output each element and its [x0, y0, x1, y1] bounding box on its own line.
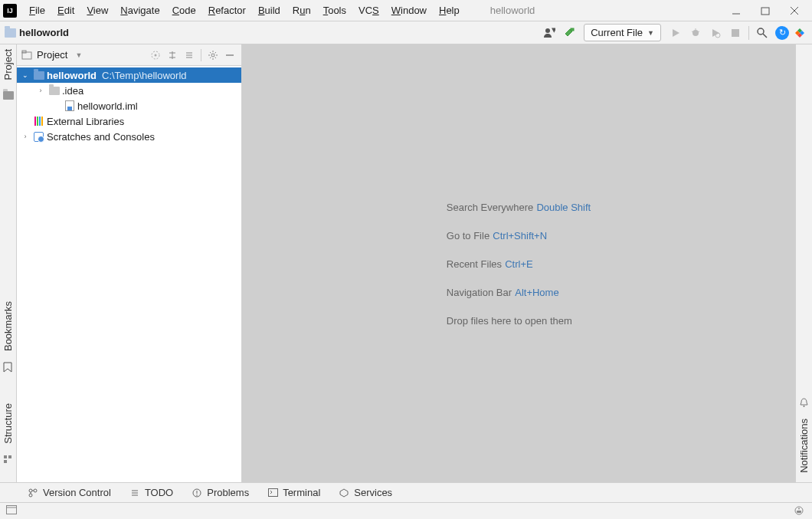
titlebar-project-name: helloworld: [490, 5, 535, 16]
menu-file[interactable]: File: [23, 2, 51, 19]
hide-icon[interactable]: [223, 48, 237, 62]
tree-node-scratches[interactable]: › Scratches and Consoles: [17, 129, 241, 144]
settings-icon[interactable]: [206, 48, 220, 62]
menu-build[interactable]: Build: [252, 2, 286, 19]
chevron-down-icon: ▼: [647, 29, 654, 37]
svg-point-21: [155, 54, 157, 56]
collapse-all-icon[interactable]: [182, 48, 196, 62]
svg-rect-6: [571, 28, 574, 31]
tree-node-external-libraries[interactable]: External Libraries: [17, 113, 241, 129]
menu-window[interactable]: Window: [385, 2, 433, 19]
run-config-label: Current File: [591, 27, 643, 38]
svg-line-14: [763, 34, 767, 38]
tree-node-project-root[interactable]: ⌄ helloworld C:\Temp\helloworld: [17, 67, 241, 83]
menu-view[interactable]: View: [80, 2, 114, 19]
tip-label: Go to File: [447, 230, 489, 241]
editor-placeholder[interactable]: Search Everywhere Double Shift Go to Fil…: [242, 44, 795, 482]
bell-icon[interactable]: [799, 397, 810, 408]
tab-structure[interactable]: Structure: [2, 403, 14, 444]
tip-shortcut: Ctrl+E: [505, 258, 532, 270]
tool-todo[interactable]: TODO: [129, 487, 173, 498]
breadcrumb-root[interactable]: helloworld: [19, 27, 69, 38]
menu-edit[interactable]: Edit: [51, 2, 80, 19]
terminal-icon: [267, 488, 278, 498]
menu-vcs[interactable]: VCS: [352, 2, 385, 19]
ide-settings-icon[interactable]: [793, 26, 807, 40]
folder-icon: [3, 90, 14, 101]
tab-notifications[interactable]: Notifications: [798, 419, 810, 473]
menu-code[interactable]: Code: [166, 2, 202, 19]
warning-icon: [192, 488, 202, 498]
project-tool-window: Project ▼ ⌄ helloworld C:\Temp\helloworl…: [17, 44, 242, 482]
svg-point-33: [29, 494, 32, 497]
coverage-button[interactable]: [706, 25, 725, 41]
tab-bookmarks[interactable]: Bookmarks: [2, 301, 14, 351]
inspection-status-icon[interactable]: [794, 505, 806, 517]
tip-label: Search Everywhere: [447, 202, 533, 213]
select-opened-file-icon[interactable]: [149, 48, 162, 62]
services-icon: [339, 488, 349, 498]
list-icon: [129, 488, 140, 498]
tab-project[interactable]: Project: [2, 49, 14, 80]
menu-run[interactable]: Run: [286, 2, 317, 19]
expand-icon[interactable]: ›: [20, 133, 31, 140]
left-tool-gutter: Project Bookmarks Structure: [0, 44, 17, 482]
run-config-dropdown[interactable]: Current File ▼: [584, 24, 661, 41]
status-bar: [0, 502, 812, 519]
project-view-selector[interactable]: Project ▼: [21, 49, 146, 61]
svg-rect-1: [761, 8, 769, 15]
folder-icon: [5, 28, 16, 38]
tool-terminal[interactable]: Terminal: [267, 487, 320, 498]
tool-version-control[interactable]: Version Control: [28, 487, 111, 498]
svg-point-4: [545, 28, 550, 33]
project-tree[interactable]: ⌄ helloworld C:\Temp\helloworld › .idea …: [17, 66, 241, 482]
bookmark-icon: [3, 362, 14, 373]
structure-icon: [3, 455, 14, 465]
branch-icon: [28, 488, 38, 498]
menu-refactor[interactable]: Refactor: [202, 2, 252, 19]
add-user-icon[interactable]: ▾: [540, 25, 558, 41]
expand-all-icon[interactable]: [165, 48, 179, 62]
svg-point-39: [196, 494, 198, 496]
search-icon[interactable]: [753, 25, 771, 41]
stop-button[interactable]: [726, 25, 745, 41]
svg-point-30: [803, 406, 804, 407]
svg-rect-12: [732, 29, 739, 37]
svg-rect-16: [8, 455, 11, 458]
run-button[interactable]: [666, 25, 685, 41]
navigation-bar: helloworld ▾ Current File ▼ ↻: [0, 21, 812, 44]
expand-icon[interactable]: ⌄: [20, 71, 31, 79]
build-icon[interactable]: [560, 25, 578, 41]
svg-rect-42: [7, 505, 17, 514]
menu-bar: IJ File Edit View Navigate Code Refactor…: [0, 0, 812, 21]
svg-rect-46: [797, 511, 801, 513]
menu-tools[interactable]: Tools: [317, 2, 352, 19]
chevron-down-icon: ▼: [75, 51, 82, 59]
svg-rect-17: [4, 460, 7, 463]
tip-shortcut: Ctrl+Shift+N: [493, 230, 547, 241]
debug-button[interactable]: [686, 25, 705, 41]
tool-window-toggle-icon[interactable]: [6, 505, 18, 517]
tool-problems[interactable]: Problems: [192, 487, 249, 498]
menu-help[interactable]: Help: [433, 2, 466, 19]
svg-point-13: [758, 28, 764, 34]
project-header: Project ▼: [17, 44, 241, 66]
update-icon[interactable]: ↻: [773, 25, 791, 41]
window-maximize-button[interactable]: [751, 2, 780, 20]
svg-point-32: [34, 489, 37, 492]
window-close-button[interactable]: [780, 2, 809, 20]
expand-icon[interactable]: ›: [35, 87, 46, 94]
svg-point-28: [211, 54, 214, 57]
menu-navigate[interactable]: Navigate: [114, 2, 165, 19]
svg-text:▾: ▾: [552, 27, 555, 35]
editor-empty-tips: Search Everywhere Double Shift Go to Fil…: [447, 200, 591, 327]
window-minimize-button[interactable]: [722, 2, 751, 20]
tree-node-iml-file[interactable]: helloworld.iml: [17, 98, 241, 113]
app-icon: IJ: [3, 4, 17, 18]
svg-marker-41: [340, 489, 348, 497]
tip-label: Recent Files: [447, 258, 502, 270]
right-tool-gutter: Notifications: [795, 44, 812, 482]
tool-services[interactable]: Services: [339, 487, 392, 498]
tree-node-idea-folder[interactable]: › .idea: [17, 83, 241, 98]
tip-label: Drop files here to open them: [447, 315, 572, 327]
